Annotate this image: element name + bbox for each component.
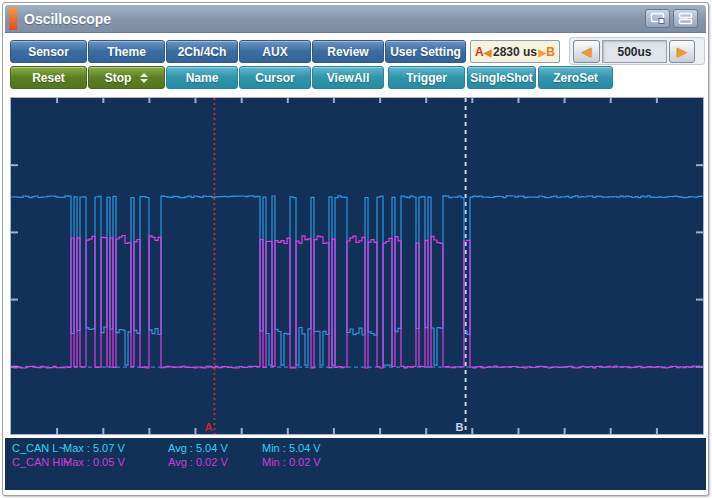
button-label: User Setting — [390, 45, 461, 59]
trigger-button[interactable]: Trigger — [388, 66, 465, 89]
cursor-a-label: A — [204, 421, 212, 433]
timebase-increase-button[interactable]: ▶ — [669, 40, 695, 63]
cursor-delta-value: 2830 us — [493, 45, 537, 59]
2ch-4ch-button[interactable]: 2Ch/4Ch — [166, 40, 238, 63]
channel-name: C_CAN L~ — [12, 442, 65, 454]
name-button[interactable]: Name — [166, 66, 238, 89]
timebase-value: 500us — [602, 40, 667, 63]
titlebar-accent — [9, 7, 17, 30]
button-label: Stop — [105, 71, 132, 85]
theme-button[interactable]: Theme — [88, 40, 165, 63]
button-label: Name — [186, 71, 219, 85]
cursor-a-left-arrow-icon: ◀ — [484, 47, 492, 58]
timebase-decrease-button[interactable]: ◀ — [573, 40, 600, 63]
button-label: Reset — [32, 71, 65, 85]
cursor-button[interactable]: Cursor — [239, 66, 311, 89]
button-label: Cursor — [255, 71, 294, 85]
zeroset-button[interactable]: ZeroSet — [538, 66, 613, 89]
trace-c-can-hi — [11, 236, 703, 369]
right-arrow-icon: ▶ — [677, 44, 687, 59]
button-label: Sensor — [28, 45, 69, 59]
singleshot-button[interactable]: SingleShot — [467, 66, 536, 89]
aux-button[interactable]: AUX — [239, 40, 311, 63]
channel-name: C_CAN HI~ — [12, 456, 70, 468]
measurement-panel: C_CAN L~Max : 5.07 VAvg : 5.04 VMin : 5.… — [5, 438, 706, 490]
waveform-plot[interactable]: AB — [10, 97, 704, 435]
avg-value: Avg : 0.02 V — [168, 456, 228, 468]
stop-spinner-icon[interactable] — [140, 73, 148, 83]
min-value: Min : 0.02 V — [262, 456, 321, 468]
user-setting-button[interactable]: User Setting — [385, 40, 466, 63]
button-label: SingleShot — [470, 71, 533, 85]
oscilloscope-svg[interactable]: AB — [11, 98, 703, 434]
cursor-ab-readout: A◀ 2830 us ▶B — [470, 40, 560, 63]
avg-value: Avg : 5.04 V — [168, 442, 228, 454]
window-title: Oscilloscope — [24, 5, 111, 33]
cursor-a-step[interactable]: A◀ — [475, 45, 491, 59]
button-label: Theme — [107, 45, 146, 59]
trace-c-can-l — [11, 196, 703, 365]
viewall-button[interactable]: ViewAll — [312, 66, 384, 89]
review-button[interactable]: Review — [312, 40, 384, 63]
button-label: Trigger — [406, 71, 447, 85]
minimize-window-icon[interactable] — [673, 9, 698, 28]
button-label: 2Ch/4Ch — [178, 45, 227, 59]
cursor-b-step[interactable]: ▶B — [539, 45, 555, 59]
max-value: Max : 5.07 V — [63, 442, 125, 454]
button-label: AUX — [262, 45, 287, 59]
button-label: ViewAll — [327, 71, 369, 85]
title-bar: Oscilloscope — [5, 5, 706, 33]
measurement-row: C_CAN HI~Max : 0.05 VAvg : 0.02 VMin : 0… — [5, 456, 706, 470]
cursor-a-label: A — [475, 45, 484, 59]
left-arrow-icon: ◀ — [582, 44, 592, 59]
max-value: Max : 0.05 V — [63, 456, 125, 468]
reset-button[interactable]: Reset — [10, 66, 87, 89]
button-label: ZeroSet — [553, 71, 598, 85]
stop-button[interactable]: Stop — [88, 66, 165, 89]
restore-window-icon[interactable] — [645, 9, 670, 28]
button-label: Review — [327, 45, 368, 59]
measurement-row: C_CAN L~Max : 5.07 VAvg : 5.04 VMin : 5.… — [5, 442, 706, 456]
cursor-b-label: B — [456, 421, 464, 433]
cursor-b-label: B — [546, 45, 555, 59]
min-value: Min : 5.04 V — [262, 442, 321, 454]
sensor-button[interactable]: Sensor — [10, 40, 87, 63]
